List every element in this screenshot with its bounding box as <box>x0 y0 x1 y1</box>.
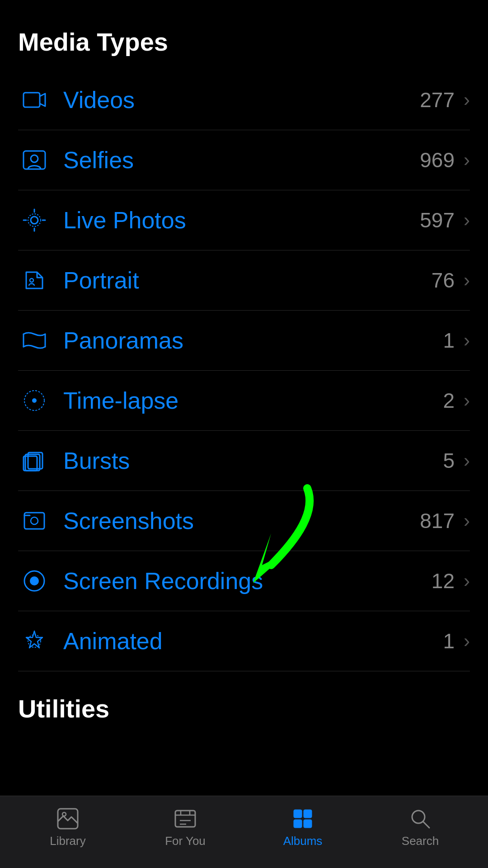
videos-count: 277 <box>420 88 455 112</box>
live-photos-count: 597 <box>420 208 455 232</box>
chevron-right-icon: › <box>464 570 470 592</box>
svg-point-2 <box>31 155 38 162</box>
svg-point-3 <box>31 217 38 224</box>
svg-point-13 <box>32 398 37 403</box>
portrait-label: Portrait <box>63 267 432 294</box>
chevron-right-icon: › <box>464 450 470 472</box>
chevron-right-icon: › <box>464 510 470 532</box>
page-container: Media Types Videos 277 › <box>0 0 488 868</box>
chevron-right-icon: › <box>464 630 470 652</box>
list-item[interactable]: Videos 277 › <box>18 70 470 130</box>
selfies-label: Selfies <box>63 146 420 174</box>
tab-albums-label: Albums <box>283 834 323 848</box>
tab-for-you-label: For You <box>165 834 206 848</box>
animated-count: 1 <box>443 629 455 653</box>
content-area: Media Types Videos 277 › <box>0 0 488 868</box>
svg-point-18 <box>31 517 38 524</box>
list-item[interactable]: Portrait 76 › <box>18 250 470 311</box>
videos-label: Videos <box>63 86 420 113</box>
list-item[interactable]: Time-lapse 2 › <box>18 371 470 431</box>
tab-search[interactable]: Search <box>361 807 479 848</box>
screenshots-count: 817 <box>420 509 455 533</box>
svg-line-37 <box>423 821 429 828</box>
svg-marker-23 <box>253 533 289 583</box>
timelapse-icon <box>18 384 51 417</box>
selfie-icon <box>18 144 51 176</box>
animated-label: Animated <box>63 627 443 655</box>
screen-recording-icon <box>18 565 51 597</box>
svg-point-25 <box>62 812 66 816</box>
chevron-right-icon: › <box>464 330 470 351</box>
animated-icon <box>18 625 51 657</box>
portrait-count: 76 <box>432 268 455 292</box>
chevron-right-icon: › <box>464 269 470 291</box>
list-item[interactable]: Live Photos 597 › <box>18 190 470 250</box>
tab-bar: Library For You Albums <box>0 796 488 868</box>
tab-search-label: Search <box>402 834 439 848</box>
chevron-right-icon: › <box>464 89 470 111</box>
chevron-right-icon: › <box>464 390 470 411</box>
tab-albums[interactable]: Albums <box>244 807 361 848</box>
chevron-right-icon: › <box>464 209 470 231</box>
utilities-header: Utilities <box>18 694 470 723</box>
selfies-count: 969 <box>420 148 455 172</box>
panoramas-count: 1 <box>443 328 455 353</box>
svg-rect-34 <box>294 820 302 828</box>
list-item[interactable]: Animated 1 › <box>18 611 470 671</box>
burst-icon <box>18 444 51 477</box>
tab-for-you[interactable]: For You <box>127 807 244 848</box>
svg-point-4 <box>28 214 41 226</box>
screen-recordings-count: 12 <box>432 569 455 593</box>
svg-rect-0 <box>23 93 40 107</box>
panorama-icon <box>18 324 51 357</box>
svg-point-9 <box>30 278 33 282</box>
bursts-count: 5 <box>443 448 455 473</box>
video-icon <box>18 84 51 116</box>
svg-rect-35 <box>304 820 312 828</box>
portrait-icon <box>18 264 51 297</box>
tab-library-label: Library <box>50 834 85 848</box>
panoramas-label: Panoramas <box>63 327 443 354</box>
live-photos-label: Live Photos <box>63 207 420 234</box>
bursts-label: Bursts <box>63 447 443 474</box>
svg-rect-32 <box>294 810 302 818</box>
chevron-right-icon: › <box>464 149 470 171</box>
media-types-header: Media Types <box>18 27 470 57</box>
list-item[interactable]: Selfies 969 › <box>18 130 470 190</box>
svg-point-21 <box>30 576 39 585</box>
tab-library[interactable]: Library <box>9 807 127 848</box>
list-item[interactable]: Panoramas 1 › <box>18 311 470 371</box>
timelapse-label: Time-lapse <box>63 387 443 414</box>
svg-rect-33 <box>304 810 312 818</box>
annotation-arrow <box>217 475 343 603</box>
timelapse-count: 2 <box>443 388 455 413</box>
live-photo-icon <box>18 204 51 236</box>
screenshot-icon <box>18 505 51 537</box>
